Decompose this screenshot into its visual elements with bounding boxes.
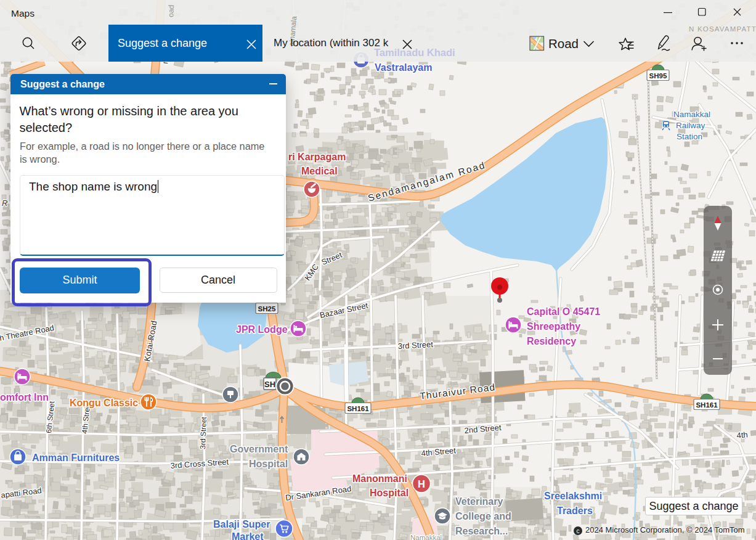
svg-text:Maps: Maps xyxy=(11,8,35,18)
svg-text:Veterinary: Veterinary xyxy=(455,496,503,507)
svg-text:omfort Inn: omfort Inn xyxy=(0,392,49,403)
svg-text:SH: SH xyxy=(264,380,275,389)
svg-text:Shreepathy: Shreepathy xyxy=(527,321,580,332)
svg-text:SH95: SH95 xyxy=(649,72,667,80)
svg-text:Station: Station xyxy=(677,132,702,141)
svg-text:ri Karpagam: ri Karpagam xyxy=(288,152,346,162)
svg-text:Hospital: Hospital xyxy=(249,459,288,469)
svg-text:SH25: SH25 xyxy=(258,305,276,313)
svg-text:Hospital: Hospital xyxy=(370,488,408,498)
svg-text:R: R xyxy=(2,198,7,208)
svg-text:Railway: Railway xyxy=(676,121,705,130)
svg-text:Amman Furnitures: Amman Furnitures xyxy=(32,452,120,463)
svg-text:4th: 4th xyxy=(736,430,748,440)
svg-text:SH161: SH161 xyxy=(696,401,718,409)
svg-text:Namakkal: Namakkal xyxy=(410,534,442,540)
svg-text:Road: Road xyxy=(548,36,579,51)
svg-text:College and: College and xyxy=(455,511,511,522)
svg-text:Government: Government xyxy=(230,444,288,454)
svg-text:N KOSAVAMPATT: N KOSAVAMPATT xyxy=(689,25,756,33)
svg-text:oad: oad xyxy=(166,5,176,18)
svg-text:Research...: Research... xyxy=(455,526,508,536)
svg-text:3rd Street: 3rd Street xyxy=(397,340,433,351)
svg-text:H: H xyxy=(418,478,425,489)
svg-text:Sreelakshmi: Sreelakshmi xyxy=(544,491,602,501)
svg-text:Kongu Classic: Kongu Classic xyxy=(70,398,138,408)
svg-text:SH161: SH161 xyxy=(347,405,369,412)
svg-text:Manonmani: Manonmani xyxy=(352,473,407,484)
svg-text:Balaji Super: Balaji Super xyxy=(213,519,270,530)
svg-text:Market: Market xyxy=(232,531,264,540)
svg-text:Capital O 45471: Capital O 45471 xyxy=(527,306,600,317)
svg-text:JPR Lodge: JPR Lodge xyxy=(236,324,288,335)
svg-text:Namakkal: Namakkal xyxy=(673,110,710,119)
svg-text:Vastralayam: Vastralayam xyxy=(375,62,432,73)
svg-text:c: c xyxy=(577,528,580,534)
svg-text:Traders: Traders xyxy=(557,505,593,516)
svg-text:Medical: Medical xyxy=(301,166,338,176)
svg-text:3rd Street: 3rd Street xyxy=(198,416,208,449)
svg-text:Residency: Residency xyxy=(527,336,576,346)
